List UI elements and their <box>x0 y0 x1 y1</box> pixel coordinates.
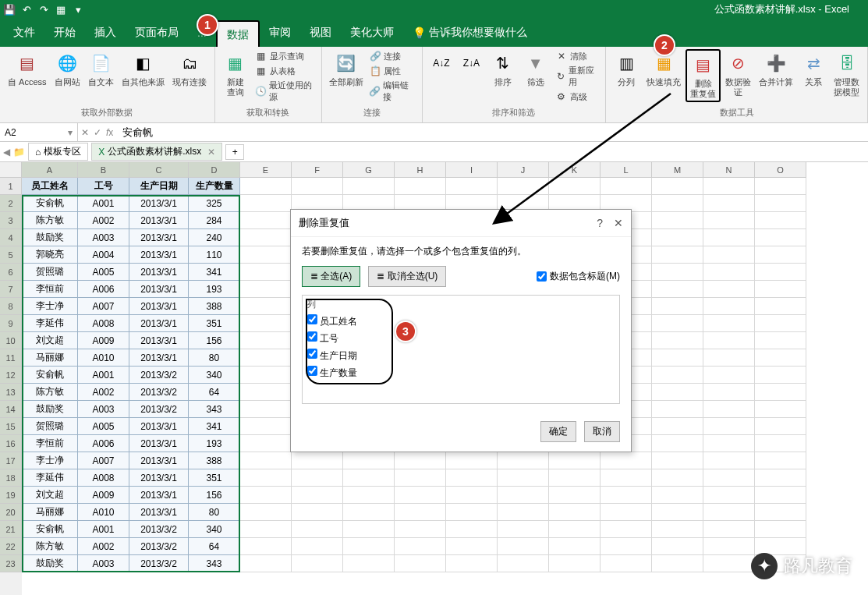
cell[interactable] <box>601 469 652 487</box>
cell[interactable] <box>395 555 446 572</box>
cell[interactable] <box>652 229 703 246</box>
cell[interactable] <box>446 178 498 195</box>
cell[interactable] <box>652 298 703 315</box>
cell[interactable] <box>703 521 755 538</box>
row-header[interactable]: 14 <box>0 401 22 418</box>
cell[interactable]: 156 <box>189 487 240 504</box>
col-header-L[interactable]: L <box>601 162 652 178</box>
cell[interactable] <box>395 504 446 521</box>
row-header[interactable]: 17 <box>0 452 22 469</box>
edit-links-button[interactable]: 🔗编辑链接 <box>367 79 416 104</box>
cell[interactable] <box>549 504 601 521</box>
cell[interactable]: A001 <box>78 195 129 212</box>
cell[interactable]: A008 <box>78 315 129 332</box>
row-header[interactable]: 8 <box>0 298 22 315</box>
cell[interactable] <box>240 178 292 195</box>
cell[interactable] <box>755 418 806 435</box>
reapply-button[interactable]: ↻重新应用 <box>553 64 601 89</box>
row-header[interactable]: 19 <box>0 487 22 504</box>
cell[interactable]: 2013/3/1 <box>129 264 189 281</box>
cell[interactable] <box>652 504 703 521</box>
cell[interactable]: 351 <box>189 315 240 332</box>
cell[interactable]: 陈方敏 <box>22 212 78 229</box>
cell[interactable]: A006 <box>78 281 129 298</box>
row-header[interactable]: 6 <box>0 264 22 281</box>
row-header[interactable]: 16 <box>0 435 22 452</box>
cell[interactable] <box>549 538 601 555</box>
redo-icon[interactable]: ↷ <box>37 3 50 16</box>
table-icon[interactable]: ▦ <box>55 3 67 16</box>
cell[interactable] <box>755 469 806 487</box>
cell[interactable] <box>652 246 703 264</box>
tell-me[interactable]: 💡 告诉我你想要做什么 <box>403 19 537 46</box>
cell[interactable] <box>703 487 755 504</box>
cell[interactable]: 生产日期 <box>129 178 189 195</box>
cell[interactable]: 2013/3/2 <box>129 555 189 572</box>
row-header[interactable]: 20 <box>0 504 22 521</box>
cell[interactable]: A010 <box>78 349 129 367</box>
cell[interactable]: 2013/3/2 <box>129 367 189 384</box>
col-header-N[interactable]: N <box>703 162 755 178</box>
col-header-K[interactable]: K <box>549 162 601 178</box>
cell[interactable] <box>240 538 292 555</box>
properties-button[interactable]: 📋属性 <box>367 64 416 78</box>
tab-insert[interactable]: 插入 <box>85 19 126 46</box>
cell[interactable] <box>703 298 755 315</box>
cell[interactable] <box>240 452 292 469</box>
cell[interactable] <box>755 264 806 281</box>
select-all-button[interactable]: ≣ 全选(A) <box>302 266 360 287</box>
row-header[interactable]: 2 <box>0 195 22 212</box>
cell[interactable] <box>292 469 343 487</box>
cell[interactable]: 341 <box>189 264 240 281</box>
new-query-button[interactable]: ▦新建 查询 <box>220 49 251 99</box>
col-header-D[interactable]: D <box>189 162 240 178</box>
from-web-button[interactable]: 🌐自网站 <box>51 49 83 89</box>
cell[interactable]: 193 <box>189 435 240 452</box>
cell[interactable] <box>240 435 292 452</box>
clear-filter-button[interactable]: ✕清除 <box>553 49 601 63</box>
cell[interactable]: 马丽娜 <box>22 504 78 521</box>
cell[interactable] <box>601 521 652 538</box>
cell[interactable]: 陈方敏 <box>22 538 78 555</box>
cell[interactable] <box>601 504 652 521</box>
close-icon[interactable]: ✕ <box>614 217 623 229</box>
cell[interactable] <box>446 538 498 555</box>
cell[interactable]: 鼓励奖 <box>22 555 78 572</box>
cell[interactable]: 341 <box>189 418 240 435</box>
cell[interactable] <box>240 349 292 367</box>
cell[interactable]: 2013/3/1 <box>129 469 189 487</box>
recent-sources-button[interactable]: 🕓最近使用的源 <box>253 79 317 104</box>
cell[interactable]: 2013/3/1 <box>129 418 189 435</box>
row-header[interactable]: 12 <box>0 367 22 384</box>
cell[interactable] <box>343 521 395 538</box>
tab-beautify[interactable]: 美化大师 <box>341 19 403 46</box>
cell[interactable] <box>652 555 703 572</box>
cell[interactable] <box>652 452 703 469</box>
cell[interactable] <box>446 452 498 469</box>
col-header-I[interactable]: I <box>446 162 498 178</box>
cell[interactable] <box>755 521 806 538</box>
cell[interactable]: 2013/3/1 <box>129 504 189 521</box>
cell[interactable] <box>652 315 703 332</box>
cell[interactable] <box>755 401 806 418</box>
cell[interactable]: 李延伟 <box>22 315 78 332</box>
cell[interactable]: 李恒前 <box>22 281 78 298</box>
cell[interactable]: 2013/3/2 <box>129 521 189 538</box>
cell[interactable] <box>703 384 755 401</box>
row-header[interactable]: 11 <box>0 349 22 367</box>
cell[interactable]: 2013/3/1 <box>129 298 189 315</box>
cell[interactable]: 340 <box>189 367 240 384</box>
cell[interactable] <box>652 195 703 212</box>
cell[interactable] <box>343 452 395 469</box>
cell[interactable] <box>549 521 601 538</box>
ok-button[interactable]: 确定 <box>540 421 576 442</box>
cell[interactable]: 生产数量 <box>189 178 240 195</box>
cell[interactable] <box>601 487 652 504</box>
tab-layout[interactable]: 页面布局 <box>126 19 188 46</box>
cell[interactable] <box>292 538 343 555</box>
cell[interactable] <box>652 178 703 195</box>
cell[interactable]: 2013/3/1 <box>129 487 189 504</box>
cell[interactable]: 陈方敏 <box>22 384 78 401</box>
row-header[interactable]: 15 <box>0 418 22 435</box>
cell[interactable]: 2013/3/2 <box>129 538 189 555</box>
